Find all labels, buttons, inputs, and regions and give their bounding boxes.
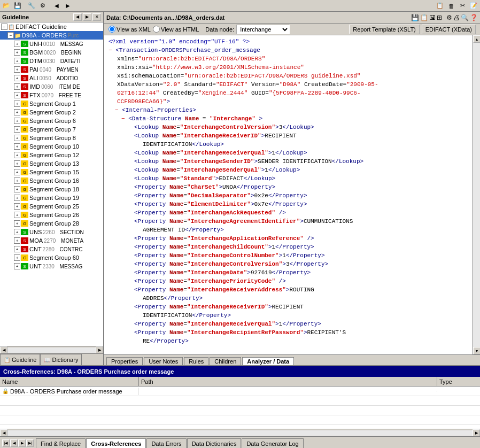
toolbar-icon-table[interactable]: ⊞ bbox=[437, 14, 442, 21]
hscroll-right-btn[interactable]: ▶ bbox=[473, 429, 480, 437]
xml-prop-3: <Property Name="ElementDelimiter">0x7e</… bbox=[109, 200, 468, 208]
tab-guideline[interactable]: 📋 Guideline bbox=[0, 354, 40, 365]
tree-item-sg15[interactable]: + G Segment Group 15 bbox=[0, 168, 103, 176]
tree-item-dtm[interactable]: + S DTM 0030 DATE/TI bbox=[0, 57, 103, 65]
tree-item-sg18[interactable]: + G Segment Group 18 bbox=[0, 185, 103, 194]
data-node-label: Data node: bbox=[205, 26, 234, 33]
tab-rules[interactable]: Rules bbox=[184, 357, 208, 365]
tree-label-imd: IMD bbox=[29, 83, 40, 90]
tab-analyzer-data[interactable]: Analyzer / Data bbox=[242, 357, 294, 365]
toolbar-icon-copy[interactable]: 📋 bbox=[420, 14, 428, 21]
empty-row-2 bbox=[0, 406, 480, 415]
scroll-down-btn[interactable]: ▼ bbox=[473, 347, 480, 354]
scroll-left-btn[interactable]: ◀ bbox=[0, 346, 7, 354]
tree-item-edifact[interactable]: − 📋 EDIFACT Guideline bbox=[0, 22, 103, 31]
toolbar-icon-save[interactable]: 💾 bbox=[411, 14, 419, 21]
col-header-type: Type bbox=[437, 377, 480, 386]
toolbar-icon-print[interactable]: 🖨 bbox=[453, 14, 460, 21]
tab-dictionary[interactable]: 📖 Dictionary bbox=[40, 354, 82, 365]
xml-line-data-struct: − <Data-Structure Name = "Interchange" > bbox=[109, 114, 468, 123]
tree-item-ali[interactable]: + S ALI 0050 ADDITIO bbox=[0, 74, 103, 82]
nav-next2-btn[interactable]: ▶ bbox=[18, 439, 26, 447]
close-panel-btn[interactable]: ✕ bbox=[92, 13, 101, 21]
tree-item-cnt[interactable]: + S CNT 2280 CONTRC bbox=[0, 245, 103, 253]
toolbar-icon-7[interactable]: 📋 bbox=[435, 1, 445, 11]
bottom-tab-data-dicts[interactable]: Data Dictionaries bbox=[187, 438, 242, 448]
hscroll-left-btn[interactable]: ◀ bbox=[0, 429, 7, 437]
tree-item-sg60[interactable]: + G Segment Group 60 bbox=[0, 253, 103, 262]
tree-label-sg2: Segment Group 2 bbox=[29, 109, 76, 115]
tab-children[interactable]: Children bbox=[210, 357, 241, 365]
data-title: Data: C:\Documents an...\D98A_orders.dat bbox=[106, 14, 224, 21]
tree-item-sg1[interactable]: + G Segment Group 1 bbox=[0, 99, 103, 108]
xml-prop-9: <Property Name="InterchangeControlVersio… bbox=[109, 260, 468, 268]
tree-item-sg2[interactable]: + G Segment Group 2 bbox=[0, 108, 103, 117]
toolbar-icon-2[interactable]: 💾 bbox=[12, 1, 23, 11]
tree-item-sg6[interactable]: + G Segment Group 6 bbox=[0, 117, 103, 125]
toolbar-icon-help[interactable]: ❓ bbox=[470, 14, 478, 21]
tree-item-sg25[interactable]: + G Segment Group 25 bbox=[0, 202, 103, 211]
tree-item-sg28[interactable]: + G Segment Group 28 bbox=[0, 219, 103, 228]
toolbar-icon-9[interactable]: ✂ bbox=[457, 1, 468, 11]
tree-item-d98a[interactable]: − 📁 D98A - ORDERS Purc bbox=[0, 31, 103, 40]
scroll-right-btn[interactable]: ▶ bbox=[96, 346, 103, 354]
view-html-radio-label[interactable]: View as HTML bbox=[153, 26, 199, 33]
bottom-tab-find-replace[interactable]: Find & Replace bbox=[36, 438, 86, 448]
nav-last-btn[interactable]: ▶| bbox=[26, 439, 34, 447]
view-html-radio[interactable] bbox=[153, 26, 160, 33]
tree-item-sg7[interactable]: + G Segment Group 7 bbox=[0, 125, 103, 134]
tree-item-unh[interactable]: + S UNH 0010 MESSAG bbox=[0, 40, 103, 48]
tree-item-ftx[interactable]: + S FTX 0070 FREE TE bbox=[0, 91, 103, 99]
table-row[interactable]: 🔒 D98A - ORDERS Purchase order message bbox=[0, 387, 480, 396]
left-panel-tabs: 📋 Guideline 📖 Dictionary bbox=[0, 353, 103, 365]
toolbar-icon-10[interactable]: 📝 bbox=[468, 1, 479, 11]
nav-next-btn[interactable]: ▶ bbox=[83, 13, 91, 21]
tree-item-pai[interactable]: + S PAI 0040 PAYMEN bbox=[0, 65, 103, 74]
tree-label-bgm: BGM bbox=[29, 49, 43, 56]
tree-item-sg26[interactable]: + G Segment Group 26 bbox=[0, 211, 103, 219]
xml-content: <?xml version="1.0" encoding="UTF-16" ?>… bbox=[104, 35, 473, 354]
tab-properties[interactable]: Properties bbox=[106, 357, 143, 365]
xml-prop-10: <Property Name="InterchangeDate">927619<… bbox=[109, 268, 468, 277]
tab-user-notes[interactable]: User Notes bbox=[144, 357, 183, 365]
tree-item-uns[interactable]: + S UNS 2260 SECTION bbox=[0, 228, 103, 236]
tree-item-imd[interactable]: + S IMD 0060 ITEM DE bbox=[0, 82, 103, 91]
view-xml-radio-label[interactable]: View as XML bbox=[109, 26, 151, 33]
scroll-up-btn[interactable]: ▲ bbox=[473, 35, 480, 43]
tree-item-sg19[interactable]: + G Segment Group 19 bbox=[0, 194, 103, 202]
tree-item-moa[interactable]: + S MOA 2270 MONETA bbox=[0, 236, 103, 245]
edifact-xdata-btn[interactable]: EDIFACT (XData) bbox=[422, 25, 476, 34]
row-type bbox=[437, 391, 480, 392]
toolbar-icon-6[interactable]: ▶ bbox=[63, 1, 73, 11]
tree-item-unt[interactable]: + S UNT 2330 MESSAG bbox=[0, 262, 103, 271]
tree-item-sg16[interactable]: + G Segment Group 16 bbox=[0, 176, 103, 185]
toolbar-icon-zoom[interactable]: 🔍 bbox=[461, 14, 469, 21]
tab-data-dicts-label: Data Dictionaries bbox=[192, 441, 237, 447]
nav-prev2-btn[interactable]: ◀ bbox=[10, 439, 18, 447]
tree-item-sg13[interactable]: + G Segment Group 13 bbox=[0, 159, 103, 168]
view-xml-radio[interactable] bbox=[109, 26, 115, 33]
toolbar-icon-4[interactable]: ⚙ bbox=[37, 1, 48, 11]
tree-item-sg8[interactable]: + G Segment Group 8 bbox=[0, 134, 103, 142]
bottom-tab-data-errors[interactable]: Data Errors bbox=[146, 438, 186, 448]
bottom-tab-data-gen-log[interactable]: Data Generator Log bbox=[242, 438, 303, 448]
tree-label-sg28: Segment Group 28 bbox=[29, 220, 79, 227]
toolbar-icon-settings[interactable]: ⚙ bbox=[446, 14, 452, 21]
toolbar-icon-3[interactable]: 🔧 bbox=[26, 1, 37, 11]
tree-label-unt: UNT bbox=[29, 263, 42, 269]
tree-item-bgm[interactable]: + S BGM 0020 BEGINN bbox=[0, 48, 103, 57]
tree-label-sg16: Segment Group 16 bbox=[29, 177, 79, 184]
toolbar-icon-1[interactable]: 📂 bbox=[1, 1, 12, 11]
toolbar-icon-5[interactable]: ◀ bbox=[51, 1, 62, 11]
nav-prev-btn[interactable]: ◀ bbox=[73, 13, 82, 21]
tree-item-sg12[interactable]: + G Segment Group 12 bbox=[0, 151, 103, 159]
tree-item-sg10[interactable]: + G Segment Group 10 bbox=[0, 142, 103, 151]
toolbar-icon-8[interactable]: 🗑 bbox=[446, 1, 456, 11]
report-template-btn[interactable]: Report Template (XSLT) bbox=[349, 25, 420, 34]
toolbar-icon-floppy[interactable]: 🖫 bbox=[429, 14, 436, 21]
xml-prop-5: <Property Name="InterchangeAgreementIden… bbox=[109, 217, 468, 226]
nav-first-btn[interactable]: |◀ bbox=[2, 439, 10, 447]
data-node-select[interactable]: Interchange bbox=[236, 25, 290, 34]
xml-lookup-2: <Lookup Name="InterchangeReceiverID">REC… bbox=[109, 132, 468, 140]
bottom-tab-cross-references[interactable]: Cross-References bbox=[86, 438, 146, 448]
